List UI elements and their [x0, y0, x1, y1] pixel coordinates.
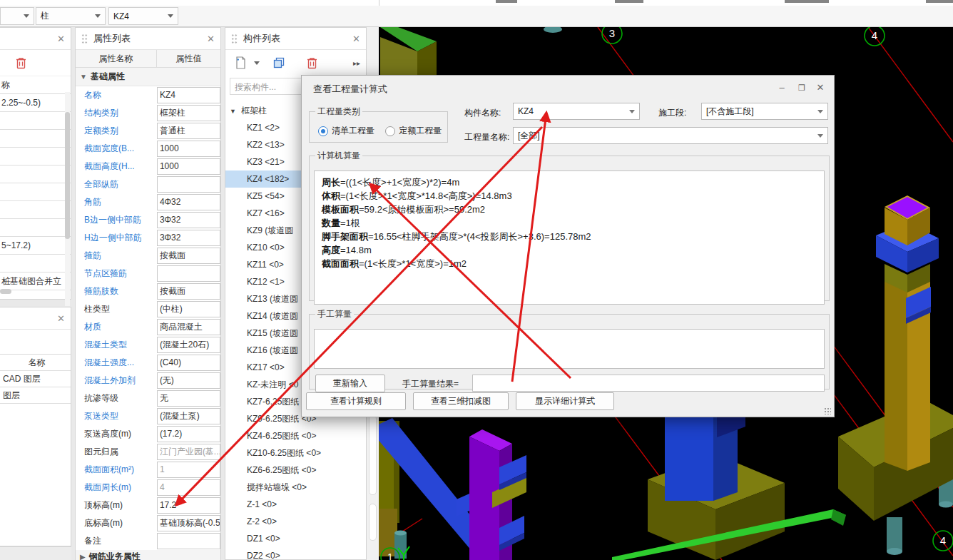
left-row[interactable]: 2.25~-0.5)	[0, 94, 71, 112]
left-row[interactable]: 桩基础图合并立	[0, 273, 71, 290]
scrollbar-thumb[interactable]	[369, 415, 377, 495]
component-item[interactable]: KZ10-6.25图纸 <0>	[225, 444, 366, 462]
drag-handle-icon[interactable]	[81, 34, 88, 44]
property-value-cell[interactable]: (无)	[157, 372, 220, 389]
property-value-cell[interactable]: (混凝土20石)	[157, 337, 220, 353]
property-value-cell[interactable]: 3Φ32	[157, 230, 220, 246]
property-value-cell[interactable]: 4Φ32	[157, 194, 220, 210]
property-value-cell[interactable]: (17.2)	[157, 426, 220, 442]
property-value-cell[interactable]: 商品混凝土	[157, 319, 220, 335]
property-value-cell[interactable]	[157, 533, 220, 549]
left-row[interactable]	[0, 148, 71, 166]
close-button[interactable]: ✕	[812, 81, 828, 94]
radio-label: 清单工程量	[332, 125, 374, 137]
component-item[interactable]: KZ4-6.25图纸 <0>	[225, 427, 366, 444]
resize-grip[interactable]	[824, 407, 831, 414]
radio-quota-quantity[interactable]: 定额工程量	[385, 125, 442, 137]
property-value-cell[interactable]: (混凝土泵)	[157, 408, 220, 424]
property-value-cell[interactable]: KZ4	[157, 87, 220, 103]
property-name: 抗渗等级	[76, 392, 157, 404]
left-panel-scrollbar[interactable]	[65, 92, 70, 306]
left-row[interactable]	[0, 255, 71, 273]
close-icon[interactable]: ✕	[207, 34, 215, 44]
drag-handle-icon[interactable]	[231, 34, 238, 44]
left-row[interactable]	[0, 166, 71, 183]
property-value-cell[interactable]: 1	[157, 462, 220, 478]
quantity-name-combo[interactable]: [全部]	[513, 127, 828, 144]
reinput-button[interactable]: 重新输入	[315, 375, 385, 392]
chevron-down-icon	[168, 14, 173, 18]
clipped-ribbon-fragment	[926, 0, 953, 3]
manual-quantity-textarea[interactable]	[314, 329, 825, 369]
hscrollbar-thumb[interactable]	[0, 289, 11, 294]
formula-line: 周长=((1<长度>+1<宽度>)*2)=4m	[322, 175, 817, 189]
copy-icon	[272, 56, 285, 69]
manual-result-input[interactable]	[472, 375, 825, 392]
property-value-cell[interactable]: 江门产业园(基...	[157, 444, 220, 460]
show-detail-formula-button[interactable]: 显示详细计算式	[516, 392, 614, 410]
minimize-button[interactable]: –	[774, 81, 790, 94]
property-value-cell[interactable]: 1000	[157, 141, 220, 157]
section-combo[interactable]: [不含施工段]	[701, 103, 828, 120]
left-col-header: 称	[0, 76, 71, 94]
radio-icon	[385, 126, 395, 136]
delete-button[interactable]	[11, 54, 30, 71]
chevron-down-icon[interactable]	[254, 61, 260, 65]
property-value-cell[interactable]	[157, 176, 220, 193]
left-row[interactable]	[0, 112, 71, 130]
copy-component-button[interactable]	[270, 54, 288, 71]
scrollbar-thumb[interactable]	[65, 112, 70, 239]
property-value-cell[interactable]: 基础顶标高(-0.5)	[157, 515, 220, 531]
left-row[interactable]: 5~17.2)	[0, 237, 71, 255]
component-item[interactable]: Z-1 <0>	[225, 496, 366, 513]
computed-quantity-text[interactable]: 周长=((1<长度>+1<宽度>)*2)=4m体积=(1<长度>*1<宽度>*1…	[314, 170, 825, 305]
component-item[interactable]: 搅拌站墙垛 <0>	[225, 479, 366, 496]
component-item[interactable]: Z-2 <0>	[225, 513, 366, 530]
property-value-cell[interactable]: 普通柱	[157, 123, 220, 139]
close-icon[interactable]: ✕	[57, 314, 65, 323]
layer-row[interactable]: CAD 图层	[0, 371, 71, 387]
section-value: [不含施工段]	[706, 106, 754, 118]
layer-combo[interactable]	[0, 7, 34, 25]
close-icon[interactable]: ✕	[57, 34, 65, 44]
radio-list-quantity[interactable]: 清单工程量	[318, 125, 374, 137]
left-row[interactable]	[0, 201, 71, 219]
cad-layer-panel-header: ✕	[0, 307, 71, 330]
new-component-button[interactable]	[231, 54, 250, 71]
component-item[interactable]: DZ1 <0>	[225, 530, 366, 547]
chevron-down-icon	[24, 14, 29, 18]
group-rebar-properties[interactable]: ▶ 钢筋业务属性	[76, 550, 220, 560]
group-basic-properties[interactable]: ▼ 基础属性	[76, 68, 220, 86]
property-value-cell[interactable]: 17.2	[157, 497, 220, 514]
property-value-cell[interactable]	[157, 265, 220, 282]
property-value-cell[interactable]: 按截面	[157, 248, 220, 264]
close-icon[interactable]: ✕	[352, 34, 360, 44]
view-calc-rules-button[interactable]: 查看计算规则	[306, 392, 406, 410]
property-value-cell[interactable]: 1000	[157, 158, 220, 175]
property-value-cell[interactable]: 3Φ32	[157, 212, 220, 228]
formula-line: 数量=1根	[322, 216, 817, 230]
delete-component-button[interactable]	[302, 54, 321, 71]
property-name: 角筋	[76, 196, 157, 208]
left-row[interactable]	[0, 183, 71, 201]
expand-toolbar-icon[interactable]: ▸▸	[353, 59, 360, 67]
property-value-cell[interactable]: 无	[157, 390, 220, 407]
maximize-button[interactable]: ❒	[794, 81, 810, 94]
property-value-cell[interactable]: 按截面	[157, 283, 220, 300]
component-item[interactable]: DZ2 <0>	[225, 547, 366, 560]
left-row[interactable]	[0, 130, 71, 148]
component-item[interactable]: KZ6-6.25图纸 <0>	[225, 462, 366, 479]
property-value-cell[interactable]: 4	[157, 479, 220, 496]
property-value-cell[interactable]: (C40)	[157, 355, 220, 371]
property-value-cell[interactable]: 框架柱	[157, 105, 220, 121]
view-3d-deduction-button[interactable]: 查看三维扣减图	[413, 392, 509, 410]
new-document-icon	[234, 56, 247, 70]
property-value-cell[interactable]: (中柱)	[157, 301, 220, 317]
component-combo[interactable]: KZ4	[108, 7, 178, 25]
scrollbar-thumb[interactable]	[369, 504, 377, 541]
chevron-down-icon: ▼	[80, 73, 87, 81]
left-row[interactable]	[0, 219, 71, 237]
element-type-combo[interactable]: 柱	[36, 7, 106, 25]
layer-row[interactable]: 图层	[0, 387, 71, 404]
component-name-combo[interactable]: KZ4	[513, 103, 640, 120]
